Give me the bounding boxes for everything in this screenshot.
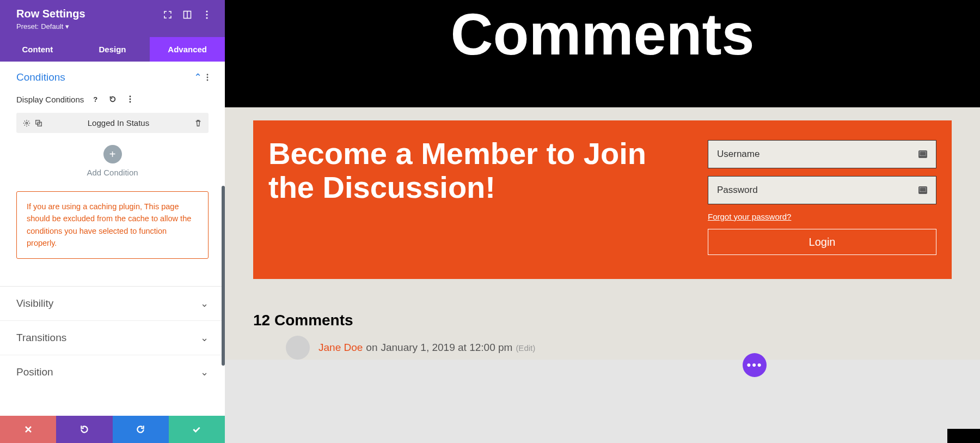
module-options-fab[interactable]: ••• [743, 353, 767, 377]
section-conditions-title: Conditions [16, 71, 65, 83]
section-transitions[interactable]: Transitions ⌄ [0, 321, 225, 355]
svg-point-11 [26, 122, 28, 124]
condition-item-label: Logged In Status [42, 118, 194, 128]
add-condition-label: Add Condition [16, 168, 209, 177]
caret-down-icon: ▾ [65, 22, 69, 31]
tab-advanced[interactable]: Advanced [150, 37, 225, 62]
redo-button[interactable] [113, 416, 169, 443]
svg-point-5 [207, 74, 209, 76]
keyboard-icon [918, 150, 927, 158]
caching-warning: If you are using a caching plugin, This … [16, 191, 209, 259]
svg-point-4 [206, 17, 207, 19]
svg-point-7 [207, 80, 209, 81]
more-vertical-icon[interactable] [124, 93, 136, 105]
condition-item[interactable]: Logged In Status [16, 113, 209, 133]
forgot-password-link[interactable]: Forgot your password? [708, 212, 936, 221]
membership-heading: Become a Member to Join the Discussion! [268, 137, 686, 204]
corner-widget[interactable] [947, 429, 980, 443]
chevron-down-icon: ⌄ [200, 366, 209, 378]
avatar [286, 336, 310, 360]
svg-point-3 [206, 14, 207, 15]
gear-icon[interactable] [23, 119, 30, 127]
discard-button[interactable] [0, 416, 56, 443]
chevron-down-icon: ⌄ [200, 332, 209, 344]
comment-date: January 1, 2019 at 12:00 pm [381, 342, 512, 354]
more-vertical-icon[interactable] [202, 10, 212, 20]
comment-item: Jane Doe on January 1, 2019 at 12:00 pm … [253, 329, 952, 360]
expand-icon[interactable] [163, 10, 173, 20]
username-field[interactable]: Username [708, 140, 936, 168]
edit-comment-link[interactable]: (Edit) [516, 343, 535, 353]
settings-tabs: Content Design Advanced [0, 37, 225, 62]
section-position[interactable]: Position ⌄ [0, 355, 225, 389]
comment-author[interactable]: Jane Doe [318, 342, 363, 354]
page-preview: Comments Become a Member to Join the Dis… [225, 0, 980, 443]
tab-design[interactable]: Design [75, 37, 150, 62]
settings-title: Row Settings [16, 8, 85, 20]
banner-title: Comments [450, 0, 754, 68]
svg-point-9 [130, 99, 131, 100]
more-vertical-icon[interactable] [206, 74, 209, 81]
membership-card: Become a Member to Join the Discussion! … [253, 120, 952, 279]
settings-header: Row Settings Preset: Default ▾ [0, 0, 225, 37]
section-conditions-header[interactable]: Conditions ⌃ [0, 62, 225, 93]
reset-icon[interactable] [107, 93, 119, 105]
undo-button[interactable] [56, 416, 112, 443]
duplicate-icon[interactable] [35, 119, 42, 127]
add-condition-button[interactable]: + [103, 145, 122, 163]
page-banner: Comments [225, 0, 980, 107]
chevron-down-icon: ⌄ [200, 298, 209, 310]
svg-point-10 [130, 101, 131, 103]
chevron-up-icon: ⌃ [194, 71, 202, 83]
section-visibility[interactable]: Visibility ⌄ [0, 287, 225, 321]
password-field[interactable]: Password [708, 176, 936, 204]
login-button[interactable]: Login [708, 229, 936, 255]
tab-content[interactable]: Content [0, 37, 75, 62]
help-icon[interactable]: ? [89, 93, 101, 105]
svg-point-8 [130, 96, 131, 98]
preset-selector[interactable]: Preset: Default ▾ [16, 22, 85, 31]
svg-point-2 [206, 10, 207, 12]
action-bar [0, 416, 225, 443]
trash-icon[interactable] [194, 119, 202, 127]
comments-count-heading: 12 Comments [253, 312, 952, 329]
save-button[interactable] [169, 416, 225, 443]
keyboard-icon [918, 186, 927, 194]
display-conditions-label: Display Conditions [16, 95, 84, 104]
svg-point-6 [207, 77, 209, 78]
columns-icon[interactable] [182, 10, 192, 20]
